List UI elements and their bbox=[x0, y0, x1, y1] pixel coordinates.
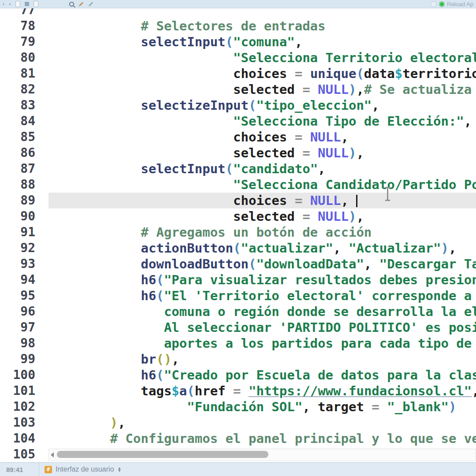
line-number: 98 bbox=[0, 335, 48, 351]
code-line[interactable]: 86 selected = NULL), bbox=[0, 145, 476, 161]
line-number: 90 bbox=[0, 208, 48, 224]
code-line[interactable]: 102 "Fundación SOL", target = "_blank") bbox=[0, 399, 476, 415]
line-number: 87 bbox=[0, 161, 48, 177]
code-line[interactable]: 99 br(), bbox=[0, 351, 476, 367]
code-line[interactable]: 93 downloadButton("downloadData", "Desca… bbox=[0, 256, 476, 272]
code-line-text[interactable]: actionButton("actualizar", "Actualizar")… bbox=[48, 240, 476, 256]
code-line-text[interactable]: h6("Creado por Escuela de datos para la … bbox=[48, 367, 476, 383]
code-line-text[interactable]: selectizeInput("tipo_eleccion", bbox=[48, 97, 476, 113]
line-number: 94 bbox=[0, 272, 48, 288]
section-icon: # bbox=[45, 466, 52, 473]
code-line[interactable]: 79 selectInput("comuna", bbox=[0, 34, 476, 50]
code-line-text[interactable]: "Selecciona Candidato/Partido Político:"… bbox=[48, 177, 476, 193]
line-number: 102 bbox=[0, 399, 48, 415]
code-line[interactable]: 101 tags$a(href = "https://www.fundacion… bbox=[0, 383, 476, 399]
code-line-text[interactable]: tags$a(href = "https://www.fundacionsol.… bbox=[48, 383, 476, 399]
section-navigator[interactable]: # Interfaz de usuario ▲▼ bbox=[45, 465, 121, 473]
code-line-text[interactable]: # Agregamos un botón de acción bbox=[48, 224, 476, 240]
source-editor-pane[interactable]: 7778 # Selectores de entradas79 selectIn… bbox=[0, 0, 476, 463]
line-number: 89 bbox=[0, 193, 48, 208]
code-tools-wand-icon[interactable] bbox=[78, 2, 83, 7]
line-number: 105 bbox=[0, 446, 48, 462]
code-line[interactable]: 90 selected = NULL), bbox=[0, 208, 476, 224]
code-line[interactable]: 81 choices = unique(data$territorio), bbox=[0, 66, 476, 82]
code-line-text[interactable]: "Selecciona Tipo de Elección:", bbox=[48, 113, 476, 129]
source-on-save-icon[interactable] bbox=[33, 1, 38, 7]
code-line[interactable]: 89 choices = NULL, bbox=[0, 193, 476, 208]
cursor-position: 89:41 bbox=[0, 466, 39, 473]
line-number: 78 bbox=[0, 18, 48, 34]
code-line[interactable]: 98 aportes a los partidos para cada tipo… bbox=[0, 335, 476, 351]
code-line[interactable]: 91 # Agregamos un botón de acción bbox=[0, 224, 476, 240]
code-line-text[interactable]: choices = unique(data$territorio), bbox=[48, 66, 476, 82]
line-number: 83 bbox=[0, 97, 48, 113]
line-number: 86 bbox=[0, 145, 48, 161]
code-line-text[interactable]: "Selecciona Territorio electoral:", bbox=[48, 50, 476, 66]
editor-statusbar: 89:41 # Interfaz de usuario ▲▼ bbox=[0, 462, 476, 476]
code-line-text[interactable]: choices = NULL, bbox=[48, 129, 476, 145]
code-line[interactable]: 83 selectizeInput("tipo_eleccion", bbox=[0, 97, 476, 113]
code-line-text[interactable]: comuna o región donde se desarrolla la e… bbox=[48, 304, 476, 320]
section-updown-icon: ▲▼ bbox=[118, 467, 122, 472]
line-number: 82 bbox=[0, 82, 48, 97]
code-line[interactable]: 85 choices = NULL, bbox=[0, 129, 476, 145]
code-line[interactable]: 104 # Configuramos el panel principal y … bbox=[0, 431, 476, 446]
code-line-text[interactable]: selectInput("candidato", bbox=[48, 161, 476, 177]
line-number: 104 bbox=[0, 431, 48, 446]
line-number: 91 bbox=[0, 224, 48, 240]
scrollbar-thumb[interactable] bbox=[57, 451, 268, 458]
code-line[interactable]: 100 h6("Creado por Escuela de datos para… bbox=[0, 367, 476, 383]
code-line[interactable]: 103 ), bbox=[0, 415, 476, 431]
line-number: 103 bbox=[0, 415, 48, 431]
section-label: Interfaz de usuario bbox=[56, 465, 114, 473]
code-line-text[interactable]: "Fundación SOL", target = "_blank") bbox=[48, 399, 476, 415]
code-line-text[interactable]: br(), bbox=[48, 351, 476, 367]
code-line[interactable]: 96 comuna o región donde se desarrolla l… bbox=[0, 304, 476, 320]
code-line[interactable]: 88 "Selecciona Candidato/Partido Polític… bbox=[0, 177, 476, 193]
show-in-new-window-icon[interactable] bbox=[15, 1, 20, 7]
line-number: 97 bbox=[0, 320, 48, 335]
code-line[interactable]: 94 h6("Para visualizar resultados debes … bbox=[0, 272, 476, 288]
line-number: 81 bbox=[0, 66, 48, 82]
back-icon[interactable]: ‹ bbox=[3, 1, 4, 7]
code-line[interactable]: 78 # Selectores de entradas bbox=[0, 18, 476, 34]
line-number: 80 bbox=[0, 50, 48, 66]
save-icon[interactable] bbox=[25, 2, 29, 6]
code-line-text[interactable]: selectInput("comuna", bbox=[48, 34, 476, 50]
code-line[interactable]: 82 selected = NULL),# Se actualiza bbox=[0, 82, 476, 97]
forward-icon[interactable]: › bbox=[9, 1, 11, 7]
line-number: 93 bbox=[0, 256, 48, 272]
text-caret bbox=[356, 195, 357, 207]
code-line-text[interactable]: Al seleccionar 'PARTIDO POLITICO' es pos… bbox=[48, 320, 476, 335]
code-line-text[interactable]: aportes a los partidos para cada tipo de… bbox=[48, 335, 476, 351]
code-line-text[interactable]: selected = NULL), bbox=[48, 208, 476, 224]
compile-report-icon[interactable] bbox=[88, 2, 93, 7]
code-line-text[interactable]: # Configuramos el panel principal y lo q… bbox=[48, 431, 476, 446]
line-number: 85 bbox=[0, 129, 48, 145]
run-app-icon bbox=[439, 1, 445, 7]
code-line[interactable]: 80 "Selecciona Territorio electoral:", bbox=[0, 50, 476, 66]
code-line-text[interactable]: # Selectores de entradas bbox=[48, 18, 476, 34]
publish-icon[interactable] bbox=[431, 1, 436, 7]
code-line-text[interactable]: downloadButton("downloadData", "Descarga… bbox=[48, 256, 476, 272]
code-line-text[interactable]: choices = NULL, bbox=[48, 193, 476, 208]
line-number: 101 bbox=[0, 383, 48, 399]
code-line-text[interactable]: selected = NULL), bbox=[48, 145, 476, 161]
line-number: 95 bbox=[0, 288, 48, 304]
code-line[interactable]: 84 "Selecciona Tipo de Elección:", bbox=[0, 113, 476, 129]
code-line[interactable]: 92 actionButton("actualizar", "Actualiza… bbox=[0, 240, 476, 256]
horizontal-scrollbar[interactable] bbox=[48, 449, 476, 461]
code-line[interactable]: 97 Al seleccionar 'PARTIDO POLITICO' es … bbox=[0, 320, 476, 335]
code-line-text[interactable]: ), bbox=[48, 415, 476, 431]
code-lines[interactable]: 7778 # Selectores de entradas79 selectIn… bbox=[0, 2, 476, 462]
code-line[interactable]: 87 selectInput("candidato", bbox=[0, 161, 476, 177]
code-line-text[interactable]: selected = NULL),# Se actualiza bbox=[48, 82, 476, 97]
code-line-text[interactable]: h6("Para visualizar resultados debes pre… bbox=[48, 272, 476, 288]
line-number: 79 bbox=[0, 34, 48, 50]
scroll-left-arrow-icon[interactable] bbox=[51, 452, 54, 457]
reload-app-button[interactable]: Reload Ap bbox=[439, 1, 473, 7]
find-replace-icon[interactable] bbox=[69, 2, 74, 7]
code-line[interactable]: 95 h6("El 'Territorio electoral' corresp… bbox=[0, 288, 476, 304]
code-line-text[interactable]: h6("El 'Territorio electoral' correspond… bbox=[48, 288, 476, 304]
reload-app-label: Reload Ap bbox=[447, 1, 473, 7]
